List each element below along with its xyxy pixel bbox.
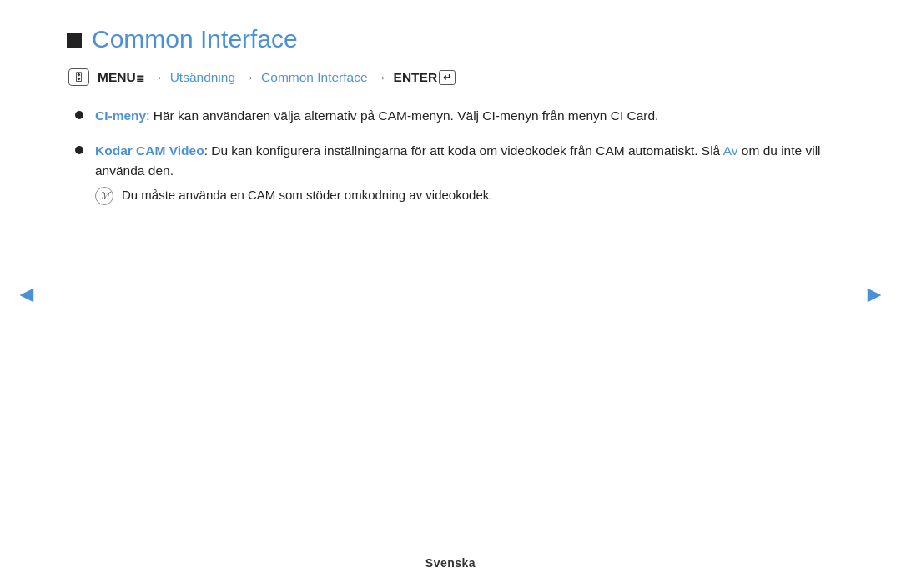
- ci-meny-term: CI-meny: [95, 108, 146, 123]
- ci-meny-text: : Här kan användaren välja alternativ på…: [146, 108, 658, 123]
- kodar-cam-text-before: : Du kan konfigurera inställningarna för…: [204, 143, 723, 158]
- enter-icon: ↵: [439, 70, 456, 85]
- title-square-icon: [67, 33, 82, 48]
- bullet-dot-1: [75, 111, 83, 119]
- menu-link-common-interface: Common Interface: [261, 70, 368, 85]
- page-container: Common Interface 🎛 MENU≣ → Utsändning → …: [0, 0, 901, 588]
- footer-language: Svenska: [425, 556, 476, 570]
- arrow-2: →: [242, 70, 254, 84]
- menu-link-utsandning: Utsändning: [170, 70, 235, 85]
- arrow-3: →: [375, 70, 387, 84]
- note-icon: ℳ: [95, 187, 113, 205]
- content-list: CI-meny: Här kan användaren välja altern…: [75, 106, 834, 205]
- menu-path: 🎛 MENU≣ → Utsändning → Common Interface …: [68, 68, 834, 86]
- nav-arrow-right[interactable]: ►: [863, 281, 886, 308]
- enter-text: ENTER: [394, 70, 438, 85]
- bullet-content-2: Kodar CAM Video: Du kan konfigurera inst…: [95, 141, 834, 205]
- bullet-dot-2: [75, 146, 83, 154]
- bullet-content-1: CI-meny: Här kan användaren välja altern…: [95, 106, 834, 126]
- list-item-kodar-cam: Kodar CAM Video: Du kan konfigurera inst…: [75, 141, 834, 205]
- arrow-1: →: [151, 70, 164, 84]
- title-row: Common Interface: [67, 25, 834, 53]
- note-row: ℳ Du måste använda en CAM som stöder omk…: [95, 186, 834, 205]
- note-text: Du måste använda en CAM som stöder omkod…: [122, 186, 492, 205]
- list-item-ci-meny: CI-meny: Här kan användaren välja altern…: [75, 106, 834, 126]
- av-link: Av: [723, 143, 738, 158]
- menu-label: MENU≣: [98, 70, 144, 85]
- menu-remote-icon: 🎛: [68, 68, 89, 86]
- nav-arrow-left[interactable]: ◄: [15, 281, 38, 308]
- enter-button-label: ENTER↵: [394, 70, 456, 85]
- page-title: Common Interface: [92, 25, 298, 53]
- kodar-cam-term: Kodar CAM Video: [95, 143, 204, 158]
